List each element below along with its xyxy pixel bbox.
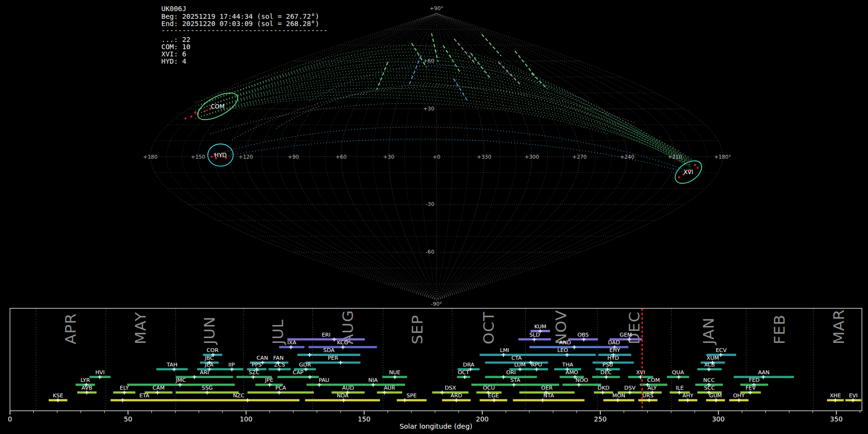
shower-peak-marker: + [760, 373, 766, 380]
month-label: JAN [700, 317, 717, 345]
shower-bar-eri [287, 338, 365, 340]
shower-peak-marker: + [251, 373, 256, 380]
axis-tick-label: 300 [712, 415, 725, 423]
axis-tick-label: 350 [830, 415, 842, 423]
month-label: MAR [830, 309, 847, 344]
longitude-label: +180 [143, 154, 158, 160]
shower-peak-marker: + [581, 336, 586, 343]
month-label: APR [62, 313, 79, 344]
axis-tick-label: 150 [358, 415, 370, 423]
longitude-label: +150 [191, 154, 205, 160]
shower-label: PER [328, 355, 339, 361]
shower-peak-marker: + [517, 366, 523, 373]
session-begin-time: Beg: 20251219 17:44:34 (sol = 267.72°) [162, 13, 319, 20]
info-divider: ---------------------------------------- [162, 27, 328, 34]
month-label: OCT [480, 312, 497, 344]
longitude-label: +330 [477, 154, 491, 160]
latitude-label: +60 [423, 58, 434, 64]
shower-peak-marker: + [600, 389, 605, 396]
shower-label: ERI [322, 332, 330, 338]
shower-bar-pau [307, 384, 342, 386]
shower-label: ORI [506, 369, 516, 376]
radiant-point [203, 110, 205, 112]
x-axis-title: Solar longitude (deg) [399, 422, 472, 430]
shower-bar-aur [377, 392, 402, 394]
shower-peak-marker: + [576, 381, 582, 388]
shower-peak-marker: + [192, 373, 197, 380]
shower-peak-marker: + [317, 381, 322, 388]
shower-peak-marker: + [685, 396, 691, 404]
shower-peak-marker: + [84, 389, 89, 396]
shower-peak-marker: + [277, 389, 282, 396]
shower-ellipse-label: HYD [214, 152, 227, 159]
latitude-label: +90° [430, 5, 443, 12]
shower-peak-marker: + [122, 389, 127, 396]
shower-bar-per [306, 362, 361, 364]
shower-peak-marker: + [370, 381, 376, 388]
count-com: COM: 10 [162, 43, 190, 51]
shower-peak-marker: + [565, 351, 570, 358]
shower-peak-marker: + [277, 366, 282, 373]
shower-peak-marker: + [340, 343, 346, 351]
latitude-label: -60 [426, 249, 434, 255]
shower-bar-spe [397, 399, 427, 402]
shower-peak-marker: + [267, 381, 272, 388]
longitude-label: +240 [620, 154, 635, 160]
month-label: JUN [201, 316, 218, 345]
shower-bar-nta [513, 399, 584, 402]
shower-label: NZC [233, 393, 244, 399]
radiant-point [211, 156, 213, 158]
radiant-point [678, 176, 680, 178]
month-label: MAY [132, 312, 149, 344]
radiant-point [697, 167, 699, 169]
latitude-label: -30 [426, 201, 434, 207]
shower-label: ARI [200, 369, 209, 376]
shower-label: AND [559, 339, 571, 346]
shower-bar-nzc [178, 399, 299, 402]
shower-peak-marker: + [382, 389, 387, 396]
shower-peak-marker: + [172, 366, 177, 373]
count-sporadic: ...: 22 [162, 36, 190, 43]
shower-peak-marker: + [341, 396, 346, 404]
shower-peak-marker: + [706, 366, 712, 373]
longitude-label: +210 [668, 154, 682, 160]
shower-peak-marker: + [572, 343, 577, 351]
axis-tick-label: 100 [240, 415, 252, 423]
latitude-label: -90° [431, 301, 442, 307]
background [0, 0, 868, 434]
shower-peak-marker: + [736, 396, 742, 404]
longitude-label: +90 [288, 154, 299, 160]
shower-peak-marker: + [627, 389, 633, 396]
shower-peak-marker: + [454, 396, 459, 404]
shower-label: SPE [407, 393, 417, 399]
longitude-label: +180° [714, 154, 731, 160]
radiant-point [190, 116, 192, 118]
shower-peak-marker: + [288, 343, 294, 351]
shower-peak-marker: + [462, 373, 467, 380]
shower-bar-leo [529, 354, 596, 356]
shower-peak-marker: + [615, 396, 621, 404]
shower-ellipse-label: COM [211, 103, 224, 110]
longitude-label: +30 [383, 154, 394, 160]
shower-peak-marker: + [245, 396, 250, 404]
count-hyd: HYD: 4 [162, 57, 187, 65]
shower-label: CAP [293, 369, 303, 376]
shower-peak-marker: + [833, 396, 838, 404]
month-label: FEB [771, 314, 788, 344]
shower-label: ETA [139, 393, 149, 399]
shower-peak-marker: + [501, 351, 506, 358]
axis-tick-label: 250 [594, 415, 607, 423]
shower-ellipse-label: XVI [684, 169, 693, 176]
shower-peak-marker: + [676, 373, 681, 380]
shower-label: DSX [445, 385, 456, 391]
longitude-label: +300 [525, 154, 539, 160]
shower-peak-marker: + [534, 366, 539, 373]
shower-peak-marker: + [647, 396, 652, 404]
longitude-label: +270 [572, 154, 587, 160]
shower-peak-marker: + [307, 351, 312, 358]
shower-peak-marker: + [677, 389, 682, 396]
shower-peak-marker: + [338, 359, 343, 366]
axis-tick-label: 50 [124, 415, 132, 423]
axis-tick-label: 200 [476, 415, 488, 423]
session-id: UK006J [162, 5, 187, 13]
